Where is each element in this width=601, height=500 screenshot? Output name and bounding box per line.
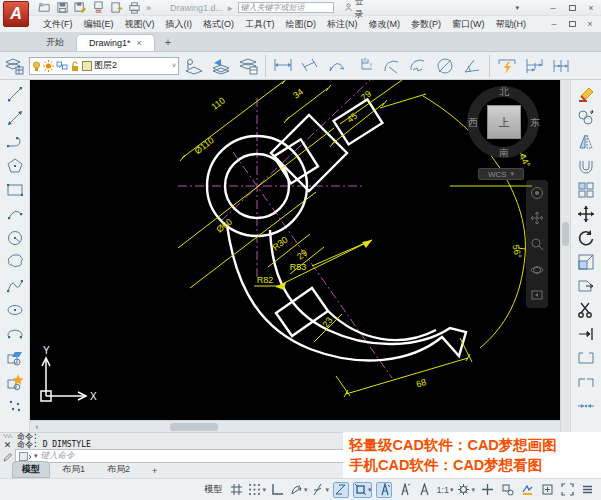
command-caret-icon[interactable]: ▾ xyxy=(34,452,38,460)
isolate-objects-icon[interactable] xyxy=(499,482,515,498)
open-icon[interactable] xyxy=(38,1,51,14)
minimize-button[interactable]: – xyxy=(547,2,559,13)
menu-tools[interactable]: 工具(T) xyxy=(240,17,280,32)
vertical-scrollbar[interactable] xyxy=(560,80,570,432)
polygon-icon[interactable] xyxy=(3,154,27,178)
erase-icon[interactable] xyxy=(574,82,598,106)
viewcube-north[interactable]: 北 xyxy=(499,85,509,99)
doc-close-button[interactable]: × xyxy=(584,19,596,30)
menu-draw[interactable]: 绘图(D) xyxy=(281,17,322,32)
polar-icon[interactable]: ▾ xyxy=(290,482,308,498)
dim-continue-icon[interactable] xyxy=(549,54,573,78)
graphics-performance-icon[interactable] xyxy=(519,482,535,498)
tab-layout1[interactable]: 布局1 xyxy=(52,461,95,478)
command-grip[interactable]: ✕ xyxy=(0,433,15,462)
stretch-icon[interactable] xyxy=(574,274,598,298)
h-scroll-thumb[interactable] xyxy=(170,423,218,431)
offset-icon[interactable] xyxy=(574,154,598,178)
layer-properties-icon[interactable] xyxy=(2,54,26,78)
mirror-icon[interactable] xyxy=(574,130,598,154)
menu-modify[interactable]: 修改(M) xyxy=(364,17,406,32)
print-icon[interactable] xyxy=(128,1,141,14)
dim-aligned-icon[interactable] xyxy=(298,54,322,78)
publish-icon[interactable] xyxy=(110,1,123,14)
menu-format[interactable]: 格式(O) xyxy=(198,17,239,32)
extend-icon[interactable] xyxy=(574,322,598,346)
clean-screen-icon[interactable] xyxy=(539,482,555,498)
array-icon[interactable] xyxy=(574,178,598,202)
viewcube[interactable]: 北 南 西 东 上 WCS▾ xyxy=(466,84,544,182)
v-scroll-thumb[interactable] xyxy=(562,222,569,246)
dim-quick-icon[interactable] xyxy=(495,54,519,78)
annotation-visibility-icon[interactable] xyxy=(376,482,392,498)
break-icon[interactable] xyxy=(574,346,598,370)
navigation-bar[interactable] xyxy=(526,180,548,308)
plot-icon[interactable] xyxy=(92,1,105,14)
create-block-icon[interactable] xyxy=(3,370,27,394)
search-input[interactable]: 键入关键字或短语 xyxy=(238,2,334,13)
doc-minimize-button[interactable]: – xyxy=(548,19,560,30)
scroll-left-icon[interactable]: ‹ xyxy=(30,422,44,432)
scale-value-button[interactable]: 1:1▾ xyxy=(436,482,453,498)
layer-states-icon[interactable] xyxy=(236,54,260,78)
ellipse-arc-icon[interactable] xyxy=(3,322,27,346)
crosshair-icon[interactable] xyxy=(479,482,495,498)
tab-model[interactable]: 模型 xyxy=(12,461,50,478)
nav-pan-icon[interactable] xyxy=(530,211,544,225)
viewcube-west[interactable]: 西 xyxy=(468,116,478,130)
tab-layout2[interactable]: 布局2 xyxy=(97,461,140,478)
copy-icon[interactable] xyxy=(574,106,598,130)
nav-motion-icon[interactable] xyxy=(530,288,544,302)
dim-baseline-icon[interactable] xyxy=(522,54,546,78)
viewcube-south[interactable]: 南 xyxy=(499,146,509,160)
ellipse-icon[interactable] xyxy=(3,298,27,322)
polyline-icon[interactable] xyxy=(3,130,27,154)
construction-line-icon[interactable] xyxy=(3,106,27,130)
viewcube-east[interactable]: 东 xyxy=(530,116,540,130)
nav-orbit-icon[interactable] xyxy=(530,263,544,277)
menu-help[interactable]: 帮助(H) xyxy=(491,17,532,32)
menu-dimension[interactable]: 标注(N) xyxy=(322,17,363,32)
add-layout-button[interactable]: + xyxy=(142,464,167,478)
maximize-button[interactable] xyxy=(566,2,578,13)
point-icon[interactable] xyxy=(3,394,27,418)
title-arrow-icon[interactable]: ▸ xyxy=(228,3,233,13)
more-tools-icon[interactable]: » xyxy=(146,3,151,13)
fullscreen-icon[interactable] xyxy=(559,482,575,498)
workspace-gear-icon[interactable]: ▾ xyxy=(457,482,475,498)
nav-wheel-icon[interactable] xyxy=(530,186,544,200)
horizontal-scrollbar[interactable]: ‹ xyxy=(30,420,560,432)
dim-radius-icon[interactable] xyxy=(379,54,403,78)
otrack-icon[interactable] xyxy=(333,482,349,498)
command-pencil-icon[interactable] xyxy=(3,452,13,462)
combo-caret-icon[interactable]: ˅ xyxy=(172,62,176,69)
viewcube-top-face[interactable]: 上 xyxy=(487,105,521,139)
menu-file[interactable]: 文件(F) xyxy=(38,17,78,32)
save-as-icon[interactable] xyxy=(74,1,87,14)
tab-close-icon[interactable]: × xyxy=(137,38,142,48)
revision-cloud-icon[interactable] xyxy=(3,250,27,274)
dim-ordinate-icon[interactable]: XY xyxy=(352,54,376,78)
menu-window[interactable]: 窗口(W) xyxy=(447,17,490,32)
wcs-dropdown[interactable]: WCS▾ xyxy=(478,168,524,180)
insert-block-icon[interactable] xyxy=(3,346,27,370)
dropdown-caret-icon[interactable]: ▾ xyxy=(515,4,519,12)
ortho-icon[interactable] xyxy=(270,482,286,498)
close-button[interactable]: × xyxy=(585,2,597,13)
move-icon[interactable] xyxy=(574,202,598,226)
menu-insert[interactable]: 插入(I) xyxy=(161,17,198,32)
circle-icon[interactable] xyxy=(3,226,27,250)
menu-parametric[interactable]: 参数(P) xyxy=(406,17,446,32)
command-close-icon[interactable]: ✕ xyxy=(4,440,12,450)
new-tab-button[interactable]: + xyxy=(165,36,171,48)
isodraft-icon[interactable]: ▾ xyxy=(311,482,329,498)
app-logo-icon[interactable]: A xyxy=(3,1,29,27)
join-icon[interactable] xyxy=(574,394,598,418)
save-icon[interactable] xyxy=(56,1,69,14)
make-current-layer-icon[interactable] xyxy=(182,54,206,78)
tab-start[interactable]: 开始 xyxy=(34,34,76,51)
spline-icon[interactable] xyxy=(3,274,27,298)
grid-icon[interactable] xyxy=(228,482,244,498)
dim-diameter-icon[interactable] xyxy=(433,54,457,78)
model-space-button[interactable]: 模型 xyxy=(204,483,222,496)
